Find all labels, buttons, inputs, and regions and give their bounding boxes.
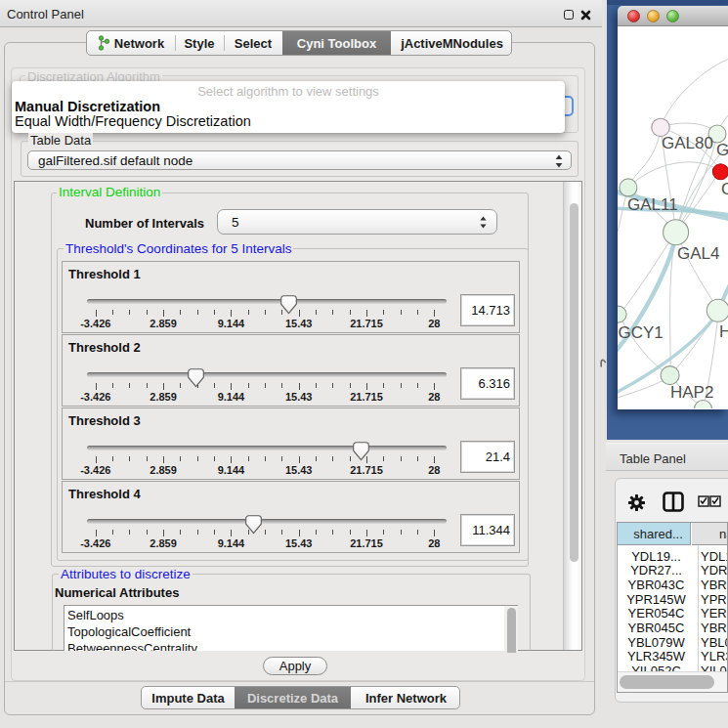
svg-text:GA: GA [716, 141, 728, 159]
svg-text:GAL4: GAL4 [677, 244, 719, 263]
svg-text:GCY1: GCY1 [619, 323, 664, 342]
svg-text:HAP2: HAP2 [670, 383, 713, 402]
svg-text:C: C [721, 180, 728, 198]
svg-text:GAL80: GAL80 [662, 134, 713, 152]
svg-text:H: H [719, 322, 728, 341]
svg-text:GAL11: GAL11 [627, 195, 678, 214]
